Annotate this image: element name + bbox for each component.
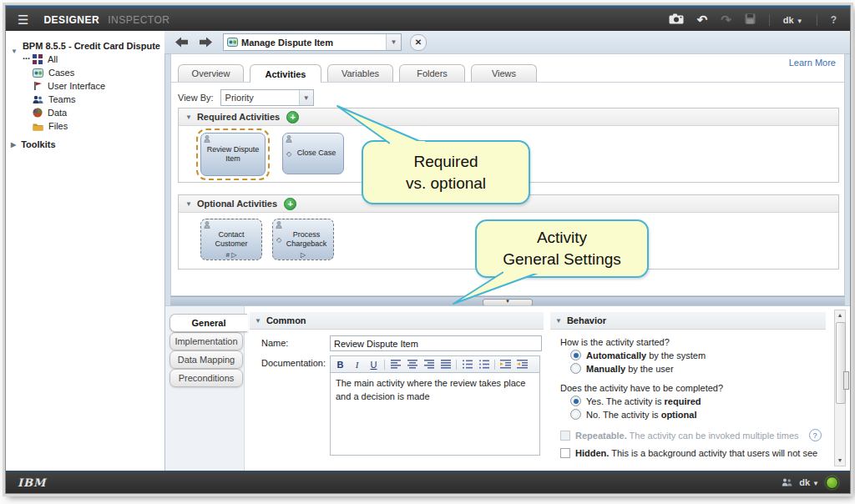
radio-automatically[interactable]: Automatically by the system <box>570 350 706 360</box>
help-button[interactable]: ? <box>831 14 837 26</box>
toolbar-divider <box>456 360 457 370</box>
tab-preconditions[interactable]: Preconditions <box>169 369 243 387</box>
activity-contact-customer[interactable]: Contact Customer # ▷ <box>200 219 262 260</box>
sidebar-item-label: Data <box>48 108 67 118</box>
help-icon[interactable]: ? <box>809 429 822 441</box>
sidebar-item-user-interface[interactable]: User Interface <box>33 81 105 91</box>
statusbar-right: dk ▼ <box>782 476 838 489</box>
view-by-row: View By: Priority ▼ <box>178 89 314 106</box>
radio-icon[interactable] <box>570 363 581 374</box>
toolbar-divider <box>769 14 770 26</box>
activity-process-chargeback[interactable]: ◇ Process Chargeback ▷ <box>272 219 334 260</box>
radio-checked-icon[interactable] <box>570 350 581 360</box>
toolbar-divider <box>494 360 495 370</box>
checkbox-icon[interactable] <box>560 448 570 458</box>
panel-collapse-handle[interactable] <box>843 371 849 390</box>
add-activity-button[interactable]: + <box>286 111 299 123</box>
scroll-up-button[interactable]: ▲ <box>835 310 845 320</box>
diamond-icon: ◇ <box>286 150 291 158</box>
tab-data-mapping[interactable]: Data Mapping <box>169 350 243 369</box>
sidebar-item-files[interactable]: Files <box>33 121 68 131</box>
tab-general[interactable]: General <box>169 314 248 332</box>
user-menu[interactable]: dk ▼ <box>799 477 819 487</box>
radio-icon[interactable] <box>570 409 581 420</box>
tab-inspector[interactable]: INSPECTOR <box>108 14 169 26</box>
back-arrow-icon[interactable] <box>175 36 189 48</box>
behavior-header[interactable]: ▼ Behavior <box>550 312 826 330</box>
learn-more-link[interactable]: Learn More <box>789 58 836 68</box>
callout-text: Required <box>413 151 478 173</box>
caret-down-icon[interactable]: ▼ <box>185 113 192 121</box>
sidebar-item-teams[interactable]: Teams <box>33 94 75 104</box>
undo-icon[interactable]: ↶ <box>697 13 708 26</box>
indent-button[interactable] <box>499 358 512 370</box>
bullet-list-button[interactable] <box>478 358 490 370</box>
sidebar-item-cases[interactable]: Cases <box>33 68 74 78</box>
outdent-button[interactable] <box>516 358 529 370</box>
artifact-name: Manage Dispute Item <box>241 38 386 48</box>
scrollbar-thumb[interactable] <box>836 322 846 404</box>
connection-status-indicator <box>826 476 838 489</box>
caret-down-icon[interactable]: ▼ <box>255 317 261 325</box>
caret-down-icon[interactable]: ▼ <box>11 48 18 55</box>
toolbar-divider <box>817 14 817 26</box>
artifact-selector[interactable]: Manage Dispute Item ▼ <box>223 33 402 51</box>
artifact-icon <box>227 38 238 47</box>
person-icon <box>276 221 284 230</box>
activity-label: Process Chargeback <box>283 230 330 249</box>
documentation-label: Documentation: <box>261 358 326 368</box>
checkbox-hidden[interactable]: Hidden. This is a background activity th… <box>560 448 817 458</box>
align-right-button[interactable] <box>422 358 435 370</box>
tab-designer[interactable]: DESIGNER <box>43 14 99 26</box>
tab-activities[interactable]: Activities <box>250 64 321 83</box>
activity-review-dispute-item[interactable]: Review Dispute Item <box>200 133 266 176</box>
dropdown-arrow-icon[interactable]: ▼ <box>299 90 313 105</box>
caret-down-icon[interactable]: ▼ <box>185 200 192 208</box>
underline-button[interactable]: U <box>367 358 380 370</box>
close-artifact-button[interactable]: ✕ <box>410 34 427 51</box>
radio-required[interactable]: Yes. The activity is required <box>570 396 701 406</box>
tab-overview[interactable]: Overview <box>178 64 244 82</box>
menu-icon[interactable]: ☰ <box>18 13 28 28</box>
radio-manually[interactable]: Manually by the user <box>570 363 674 374</box>
name-input[interactable] <box>330 335 542 351</box>
caret-down-icon[interactable]: ▼ <box>555 317 562 325</box>
panel-splitter[interactable]: ▼ <box>170 296 845 305</box>
scroll-down-button[interactable]: ▼ <box>835 456 845 466</box>
tab-views[interactable]: Views <box>471 64 537 82</box>
align-left-button[interactable] <box>389 358 402 370</box>
forward-arrow-icon[interactable] <box>199 36 213 48</box>
view-by-select[interactable]: Priority ▼ <box>220 89 314 106</box>
tab-variables[interactable]: Variables <box>327 64 393 82</box>
tab-implementation[interactable]: Implementation <box>169 332 243 350</box>
italic-button[interactable]: I <box>351 358 363 370</box>
top-toolbar: ☰ DESIGNER INSPECTOR ↶ ↷ dk ▼ ? <box>6 6 850 31</box>
dropdown-arrow-icon[interactable]: ▼ <box>386 34 401 50</box>
sidebar-item-toolkits[interactable]: ▶ Toolkits <box>11 139 56 149</box>
required-activities-header[interactable]: ▼ Required Activities + <box>179 108 838 126</box>
people-icon <box>782 478 792 486</box>
snapshot-camera-icon[interactable] <box>669 13 684 26</box>
common-header[interactable]: ▼ Common <box>250 312 544 330</box>
radio-checked-icon[interactable] <box>570 396 581 406</box>
activity-close-case[interactable]: ◇ Close Case <box>282 133 344 174</box>
add-activity-button[interactable]: + <box>284 198 296 210</box>
person-icon <box>286 135 294 144</box>
sidebar-item-data[interactable]: Data <box>33 108 67 118</box>
panel-tabs: Overview Activities Variables Folders Vi… <box>178 64 537 83</box>
align-center-button[interactable] <box>406 358 418 370</box>
radio-optional[interactable]: No. The activity is optional <box>570 409 696 420</box>
justify-button[interactable] <box>439 358 452 370</box>
user-menu[interactable]: dk ▼ <box>783 15 803 25</box>
common-portlet: ▼ Common Name: Documentation: B I U <box>250 312 544 466</box>
caret-right-icon[interactable]: ▶ <box>11 141 16 149</box>
activity-label: Close Case <box>293 149 340 158</box>
tab-folders[interactable]: Folders <box>399 64 465 82</box>
sidebar-item-all[interactable]: All <box>33 54 58 64</box>
callout-text: vs. optional <box>406 173 486 194</box>
bold-button[interactable]: B <box>334 358 347 370</box>
toolkits-label: Toolkits <box>21 139 55 149</box>
documentation-text[interactable]: The main activity where the review takes… <box>330 373 540 456</box>
numbered-list-button[interactable] <box>461 358 473 370</box>
toolbar-actions: ↶ ↷ dk ▼ ? <box>669 13 837 26</box>
